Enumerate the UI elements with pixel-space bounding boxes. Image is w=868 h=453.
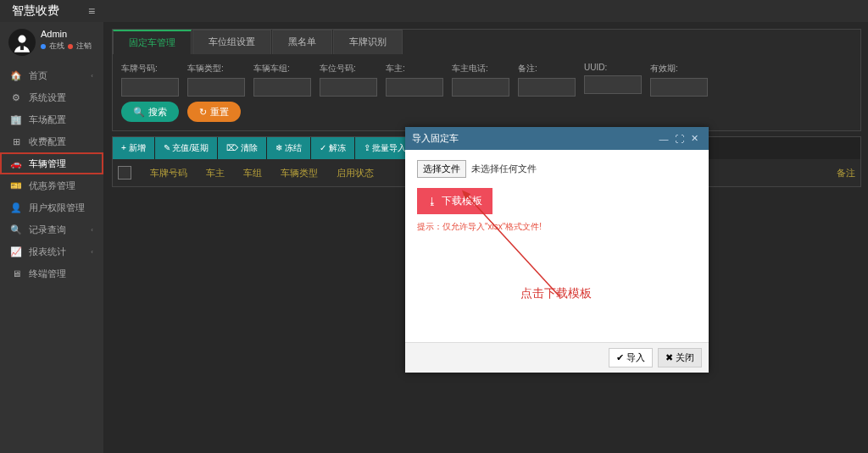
sidebar-item-label: 优惠券管理 bbox=[29, 180, 75, 192]
sidebar-item-8[interactable]: 📈报表统计‹ bbox=[0, 240, 103, 262]
choose-file-button[interactable]: 选择文件 bbox=[417, 160, 466, 178]
download-icon: ⭳ bbox=[427, 196, 437, 207]
import-modal: 导入固定车 — ⛶ ✕ 选择文件 未选择任何文件 ⭳ 下载模板 提示：仅允许导入… bbox=[405, 127, 709, 373]
sidebar-item-label: 车辆管理 bbox=[29, 157, 66, 170]
filter-label: 车牌号码: bbox=[121, 63, 179, 75]
maximize-icon[interactable]: ⛶ bbox=[671, 134, 687, 144]
tab-2[interactable]: 黑名单 bbox=[272, 30, 332, 54]
filter-input-8[interactable] bbox=[650, 78, 708, 97]
status-dot-icon bbox=[41, 44, 46, 49]
chevron-left-icon: ‹ bbox=[91, 226, 93, 234]
no-file-label: 未选择任何文件 bbox=[471, 163, 537, 175]
nav-icon: 🏢 bbox=[10, 114, 22, 125]
nav-icon: 🚗 bbox=[10, 158, 22, 169]
sidebar-item-label: 收费配置 bbox=[29, 135, 66, 148]
filter-label: 车主电话: bbox=[452, 63, 509, 75]
nav-icon: ⊞ bbox=[10, 136, 22, 147]
th-1[interactable]: 车主 bbox=[206, 167, 225, 180]
refresh-icon: ↻ bbox=[199, 107, 207, 118]
nav-icon: 🔍 bbox=[10, 224, 22, 235]
th-3[interactable]: 车辆类型 bbox=[281, 167, 318, 180]
filter-label: 车辆类型: bbox=[187, 63, 245, 75]
nav-icon: 🏠 bbox=[10, 70, 22, 81]
import-button[interactable]: ✔导入 bbox=[609, 348, 653, 367]
toolbar-btn-4[interactable]: ✓ 解冻 bbox=[311, 137, 354, 159]
filter-input-5[interactable] bbox=[452, 78, 509, 97]
nav-icon: 🎫 bbox=[10, 180, 22, 191]
chevron-left-icon: ‹ bbox=[91, 248, 93, 256]
nav-icon: 👤 bbox=[10, 202, 22, 213]
sidebar-item-6[interactable]: 👤用户权限管理 bbox=[0, 196, 103, 218]
toolbar-btn-0[interactable]: + 新增 bbox=[113, 137, 154, 159]
filter-input-7[interactable] bbox=[584, 75, 642, 94]
tab-1[interactable]: 车位组设置 bbox=[192, 30, 271, 54]
minimize-icon[interactable]: — bbox=[656, 134, 671, 144]
tab-3[interactable]: 车牌识别 bbox=[333, 30, 403, 54]
sidebar-item-3[interactable]: ⊞收费配置 bbox=[0, 130, 103, 152]
sidebar-item-4[interactable]: 🚗车辆管理 bbox=[0, 152, 103, 174]
toolbar-btn-2[interactable]: ⌦ 清除 bbox=[218, 137, 266, 159]
chevron-left-icon: ‹ bbox=[91, 72, 93, 80]
tab-0[interactable]: 固定车管理 bbox=[113, 30, 192, 54]
menu-toggle-icon[interactable]: ≡ bbox=[88, 4, 95, 18]
search-button[interactable]: 🔍搜索 bbox=[121, 102, 179, 122]
th-0[interactable]: 车牌号码 bbox=[150, 167, 187, 180]
sidebar-item-label: 车场配置 bbox=[29, 113, 66, 126]
download-template-button[interactable]: ⭳ 下载模板 bbox=[417, 188, 492, 214]
close-icon[interactable]: ✕ bbox=[687, 133, 702, 144]
filter-label: 车辆车组: bbox=[253, 63, 311, 75]
th-2[interactable]: 车组 bbox=[243, 167, 262, 180]
status-dot-icon bbox=[68, 44, 73, 49]
nav-icon: 🖥 bbox=[10, 268, 22, 279]
sidebar-item-label: 系统设置 bbox=[29, 91, 66, 104]
sidebar-item-1[interactable]: ⚙系统设置 bbox=[0, 86, 103, 108]
filter-input-4[interactable] bbox=[386, 78, 443, 97]
svg-rect-1 bbox=[20, 43, 24, 50]
filter-label: 车主: bbox=[386, 63, 443, 75]
check-icon: ✔ bbox=[616, 352, 624, 363]
sidebar-item-label: 首页 bbox=[29, 69, 47, 82]
status-online: 在线 bbox=[49, 41, 64, 52]
modal-title: 导入固定车 bbox=[412, 132, 459, 145]
reset-button[interactable]: ↻重置 bbox=[187, 102, 241, 122]
th-4[interactable]: 启用状态 bbox=[337, 167, 374, 180]
sidebar-item-label: 记录查询 bbox=[29, 224, 66, 236]
app-title: 智慧收费 bbox=[0, 3, 71, 19]
filter-label: 有效期: bbox=[650, 63, 708, 75]
sidebar-item-label: 终端管理 bbox=[29, 268, 66, 280]
sidebar-item-label: 用户权限管理 bbox=[29, 202, 85, 214]
filter-input-2[interactable] bbox=[253, 78, 311, 97]
x-icon: ✖ bbox=[665, 352, 673, 363]
sidebar-item-2[interactable]: 🏢车场配置 bbox=[0, 108, 103, 130]
username: Admin bbox=[41, 29, 92, 39]
nav-icon: ⚙ bbox=[10, 92, 22, 103]
status-logout[interactable]: 注销 bbox=[76, 41, 92, 52]
sidebar-item-label: 报表统计 bbox=[29, 246, 66, 258]
filter-input-6[interactable] bbox=[518, 78, 576, 97]
sidebar-item-7[interactable]: 🔍记录查询‹ bbox=[0, 218, 103, 240]
filter-input-3[interactable] bbox=[320, 78, 377, 97]
select-all-checkbox[interactable] bbox=[118, 166, 131, 180]
close-button[interactable]: ✖关闭 bbox=[658, 348, 702, 367]
th-7[interactable]: 备注 bbox=[837, 167, 855, 180]
toolbar-btn-1[interactable]: ✎ 充值/延期 bbox=[155, 137, 218, 159]
filter-label: 备注: bbox=[518, 63, 576, 75]
nav-icon: 📈 bbox=[10, 246, 22, 257]
svg-point-0 bbox=[18, 36, 25, 43]
filter-input-0[interactable] bbox=[121, 78, 179, 97]
filter-input-1[interactable] bbox=[187, 78, 245, 97]
tip-text: 提示：仅允许导入"xlsx"格式文件! bbox=[417, 221, 697, 233]
toolbar-btn-3[interactable]: ❄ 冻结 bbox=[267, 137, 310, 159]
filter-label: 车位号码: bbox=[320, 63, 377, 75]
avatar bbox=[8, 29, 36, 56]
sidebar-item-9[interactable]: 🖥终端管理 bbox=[0, 262, 103, 285]
search-icon: 🔍 bbox=[133, 107, 145, 118]
filter-label: UUID: bbox=[584, 63, 642, 72]
sidebar-item-5[interactable]: 🎫优惠券管理 bbox=[0, 174, 103, 196]
sidebar-item-0[interactable]: 🏠首页‹ bbox=[0, 64, 103, 86]
